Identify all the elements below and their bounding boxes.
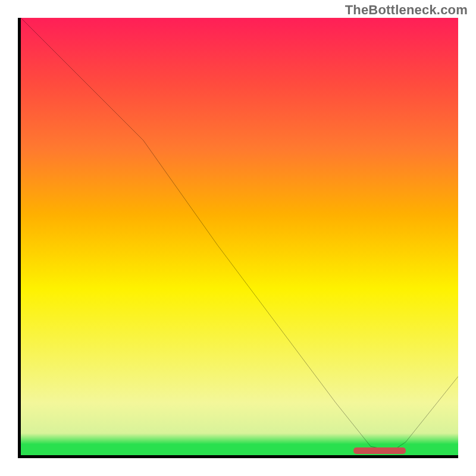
optimal-range-marker [353,447,406,454]
watermark-text: TheBottleneck.com [345,2,468,18]
plot-area [18,18,458,458]
chart-container: TheBottleneck.com [0,0,476,476]
bottleneck-curve [21,18,458,455]
